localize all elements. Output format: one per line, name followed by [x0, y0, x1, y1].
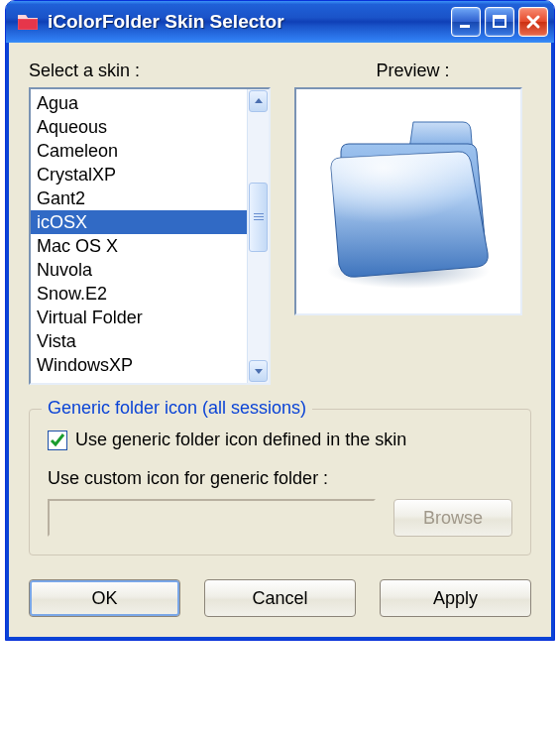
browse-button[interactable]: Browse: [393, 499, 512, 537]
scroll-up-button[interactable]: [249, 90, 268, 112]
groupbox-legend: Generic folder icon (all sessions): [42, 398, 312, 419]
skin-listbox[interactable]: AguaAqueousCameleonCrystalXPGant2icOSXMa…: [29, 87, 271, 385]
list-item[interactable]: Agua: [31, 91, 247, 115]
scroll-thumb[interactable]: [249, 183, 268, 252]
skin-selector-window: iColorFolder Skin Selector Select a skin…: [5, 0, 555, 641]
list-item[interactable]: Virtual Folder: [31, 306, 247, 329]
custom-icon-path-input[interactable]: [48, 499, 376, 537]
use-generic-checkbox[interactable]: [48, 431, 67, 450]
list-item[interactable]: icOSX: [31, 210, 247, 234]
list-item[interactable]: CrystalXP: [31, 163, 247, 186]
svg-rect-0: [19, 20, 37, 29]
list-item[interactable]: Mac OS X: [31, 234, 247, 258]
minimize-button[interactable]: [451, 7, 481, 37]
list-item[interactable]: WindowsXP: [31, 353, 247, 377]
svg-rect-3: [494, 16, 505, 19]
list-item[interactable]: Aqueous: [31, 115, 247, 139]
scroll-down-button[interactable]: [249, 360, 268, 382]
custom-icon-label: Use custom icon for generic folder :: [48, 468, 512, 489]
svg-rect-1: [460, 25, 470, 28]
list-item[interactable]: Nuvola: [31, 258, 247, 282]
client-area: Select a skin : AguaAqueousCameleonCryst…: [6, 43, 554, 640]
folder-preview-icon: [309, 100, 507, 303]
list-item[interactable]: Vista: [31, 329, 247, 353]
generic-icon-groupbox: Generic folder icon (all sessions) Use g…: [29, 409, 531, 555]
preview-box: [294, 87, 522, 315]
checkmark-icon: [50, 432, 65, 448]
scroll-track[interactable]: [249, 113, 268, 359]
close-button[interactable]: [518, 7, 548, 37]
list-item[interactable]: Gant2: [31, 186, 247, 210]
cancel-button[interactable]: Cancel: [204, 579, 356, 617]
use-generic-label[interactable]: Use generic folder icon defined in the s…: [75, 430, 406, 450]
maximize-button[interactable]: [485, 7, 514, 37]
ok-button[interactable]: OK: [29, 579, 180, 617]
titlebar[interactable]: iColorFolder Skin Selector: [6, 1, 554, 43]
list-item[interactable]: Cameleon: [31, 139, 247, 163]
preview-label: Preview :: [294, 61, 531, 81]
select-skin-label: Select a skin :: [29, 61, 271, 81]
list-item[interactable]: Snow.E2: [31, 282, 247, 306]
window-title: iColorFolder Skin Selector: [48, 11, 284, 33]
listbox-scrollbar[interactable]: [247, 89, 269, 383]
app-folder-icon: [16, 10, 40, 34]
apply-button[interactable]: Apply: [380, 579, 531, 617]
